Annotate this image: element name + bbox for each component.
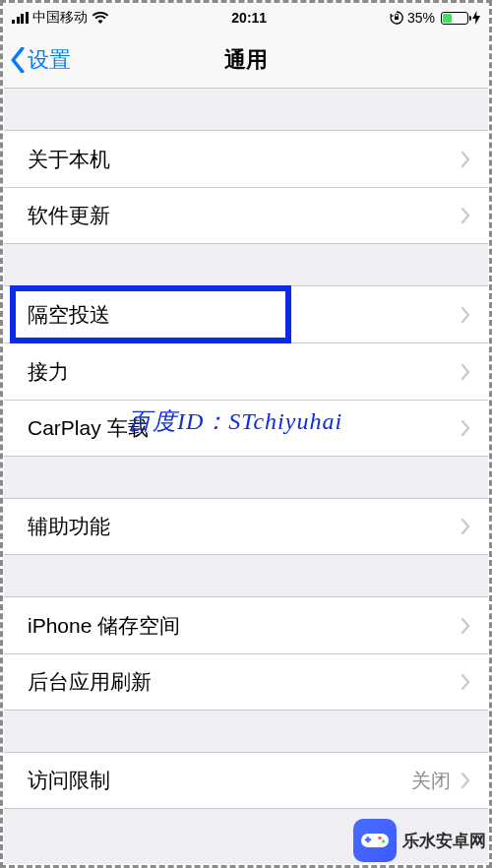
chevron-right-icon (461, 519, 470, 534)
battery-percent: 35% (407, 10, 435, 26)
cell-handoff[interactable]: 接力 (4, 342, 488, 400)
battery-icon (441, 12, 468, 25)
chevron-right-icon (461, 674, 470, 690)
cell-restrictions[interactable]: 访问限制 关闭 (4, 752, 488, 809)
cell-accessibility[interactable]: 辅助功能 (4, 498, 488, 555)
wifi-icon (92, 12, 109, 25)
charging-icon (472, 11, 480, 25)
cell-label: 辅助功能 (28, 513, 110, 540)
nav-bar: 设置 通用 (4, 31, 488, 89)
cell-label: 后台应用刷新 (28, 668, 152, 696)
cell-label: 软件更新 (28, 202, 110, 229)
cell-about[interactable]: 关于本机 (4, 130, 488, 187)
watermark-logo: 乐水安卓网 (353, 819, 486, 862)
cell-storage[interactable]: iPhone 储存空间 (4, 596, 488, 653)
svg-point-5 (382, 839, 386, 843)
cellular-signal-icon (12, 12, 29, 24)
chevron-right-icon (461, 420, 470, 436)
chevron-right-icon (461, 208, 470, 223)
cell-label: 关于本机 (28, 146, 110, 173)
watermark-logo-text: 乐水安卓网 (402, 830, 486, 852)
svg-point-4 (378, 837, 382, 840)
status-time: 20:11 (231, 10, 267, 26)
cell-label: 隔空投送 (28, 301, 110, 329)
status-right: 35% (390, 10, 480, 26)
chevron-right-icon (461, 364, 470, 380)
cell-label: 接力 (28, 358, 69, 386)
cell-software-update[interactable]: 软件更新 (4, 187, 488, 244)
gamepad-icon (353, 819, 397, 862)
status-bar: 中国移动 20:11 35% (4, 4, 488, 31)
cell-value: 关闭 (411, 768, 451, 794)
cell-label: CarPlay 车载 (28, 414, 149, 442)
cell-background-refresh[interactable]: 后台应用刷新 (4, 653, 488, 711)
settings-list[interactable]: 关于本机 软件更新 隔空投送 接力 (4, 89, 488, 864)
svg-rect-0 (395, 17, 399, 21)
svg-rect-3 (367, 837, 370, 842)
carrier-label: 中国移动 (32, 9, 88, 27)
chevron-right-icon (461, 618, 470, 634)
status-left: 中国移动 (12, 9, 109, 27)
orientation-lock-icon (390, 11, 403, 25)
cell-label: iPhone 储存空间 (28, 612, 180, 640)
cell-airdrop[interactable]: 隔空投送 (4, 285, 488, 342)
chevron-right-icon (461, 773, 470, 788)
settings-group: 访问限制 关闭 (4, 752, 488, 809)
cell-carplay[interactable]: CarPlay 车载 (4, 400, 488, 457)
chevron-right-icon (461, 152, 470, 167)
page-title: 通用 (4, 45, 488, 75)
settings-group: 隔空投送 接力 CarPlay 车载 (4, 285, 488, 457)
settings-group: 辅助功能 (4, 498, 488, 555)
cell-label: 访问限制 (28, 767, 110, 794)
chevron-right-icon (461, 307, 470, 323)
settings-group: 关于本机 软件更新 (4, 130, 488, 244)
settings-group: iPhone 储存空间 后台应用刷新 (4, 596, 488, 711)
